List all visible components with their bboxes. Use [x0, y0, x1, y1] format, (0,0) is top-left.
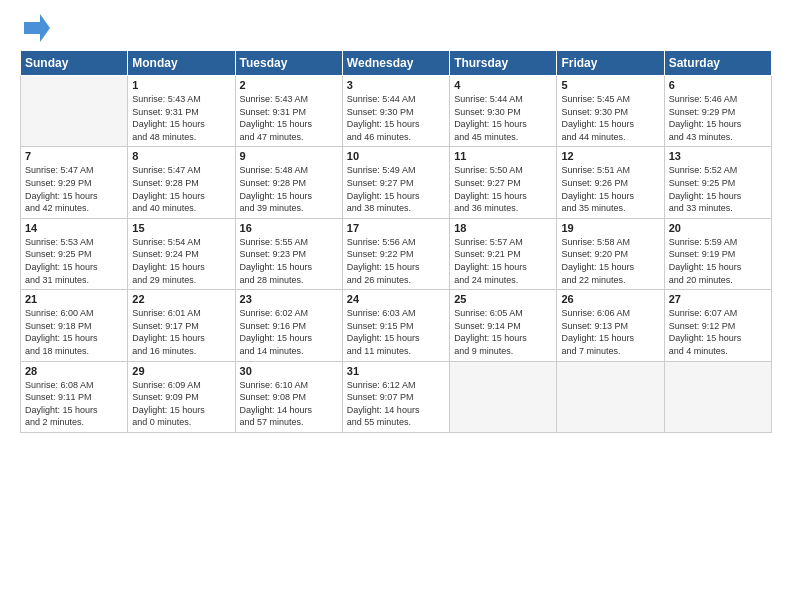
calendar-day-26: 26Sunrise: 6:06 AM Sunset: 9:13 PM Dayli… [557, 290, 664, 361]
calendar-day-12: 12Sunrise: 5:51 AM Sunset: 9:26 PM Dayli… [557, 147, 664, 218]
day-number: 6 [669, 79, 767, 91]
day-number: 26 [561, 293, 659, 305]
day-info: Sunrise: 6:12 AM Sunset: 9:07 PM Dayligh… [347, 379, 445, 429]
calendar-day-15: 15Sunrise: 5:54 AM Sunset: 9:24 PM Dayli… [128, 218, 235, 289]
calendar-day-2: 2Sunrise: 5:43 AM Sunset: 9:31 PM Daylig… [235, 76, 342, 147]
calendar-week-row: 1Sunrise: 5:43 AM Sunset: 9:31 PM Daylig… [21, 76, 772, 147]
day-info: Sunrise: 5:44 AM Sunset: 9:30 PM Dayligh… [347, 93, 445, 143]
day-info: Sunrise: 6:01 AM Sunset: 9:17 PM Dayligh… [132, 307, 230, 357]
day-number: 3 [347, 79, 445, 91]
calendar-day-18: 18Sunrise: 5:57 AM Sunset: 9:21 PM Dayli… [450, 218, 557, 289]
day-info: Sunrise: 5:43 AM Sunset: 9:31 PM Dayligh… [132, 93, 230, 143]
day-info: Sunrise: 5:57 AM Sunset: 9:21 PM Dayligh… [454, 236, 552, 286]
svg-marker-0 [24, 14, 50, 42]
weekday-header-wednesday: Wednesday [342, 51, 449, 76]
day-info: Sunrise: 6:06 AM Sunset: 9:13 PM Dayligh… [561, 307, 659, 357]
calendar-day-10: 10Sunrise: 5:49 AM Sunset: 9:27 PM Dayli… [342, 147, 449, 218]
day-info: Sunrise: 6:00 AM Sunset: 9:18 PM Dayligh… [25, 307, 123, 357]
day-info: Sunrise: 6:03 AM Sunset: 9:15 PM Dayligh… [347, 307, 445, 357]
day-number: 12 [561, 150, 659, 162]
calendar-day-16: 16Sunrise: 5:55 AM Sunset: 9:23 PM Dayli… [235, 218, 342, 289]
day-info: Sunrise: 5:47 AM Sunset: 9:29 PM Dayligh… [25, 164, 123, 214]
weekday-header-friday: Friday [557, 51, 664, 76]
day-number: 21 [25, 293, 123, 305]
calendar-week-row: 21Sunrise: 6:00 AM Sunset: 9:18 PM Dayli… [21, 290, 772, 361]
day-info: Sunrise: 5:50 AM Sunset: 9:27 PM Dayligh… [454, 164, 552, 214]
day-number: 13 [669, 150, 767, 162]
day-info: Sunrise: 5:59 AM Sunset: 9:19 PM Dayligh… [669, 236, 767, 286]
day-number: 2 [240, 79, 338, 91]
calendar-day-9: 9Sunrise: 5:48 AM Sunset: 9:28 PM Daylig… [235, 147, 342, 218]
day-info: Sunrise: 5:46 AM Sunset: 9:29 PM Dayligh… [669, 93, 767, 143]
calendar-week-row: 7Sunrise: 5:47 AM Sunset: 9:29 PM Daylig… [21, 147, 772, 218]
calendar-empty-cell [21, 76, 128, 147]
weekday-header-saturday: Saturday [664, 51, 771, 76]
day-info: Sunrise: 6:10 AM Sunset: 9:08 PM Dayligh… [240, 379, 338, 429]
calendar-empty-cell [557, 361, 664, 432]
day-number: 31 [347, 365, 445, 377]
weekday-header-sunday: Sunday [21, 51, 128, 76]
day-info: Sunrise: 5:44 AM Sunset: 9:30 PM Dayligh… [454, 93, 552, 143]
day-number: 23 [240, 293, 338, 305]
day-number: 5 [561, 79, 659, 91]
calendar-day-29: 29Sunrise: 6:09 AM Sunset: 9:09 PM Dayli… [128, 361, 235, 432]
day-info: Sunrise: 5:52 AM Sunset: 9:25 PM Dayligh… [669, 164, 767, 214]
calendar-day-11: 11Sunrise: 5:50 AM Sunset: 9:27 PM Dayli… [450, 147, 557, 218]
day-info: Sunrise: 5:53 AM Sunset: 9:25 PM Dayligh… [25, 236, 123, 286]
day-number: 10 [347, 150, 445, 162]
calendar-day-28: 28Sunrise: 6:08 AM Sunset: 9:11 PM Dayli… [21, 361, 128, 432]
calendar-day-27: 27Sunrise: 6:07 AM Sunset: 9:12 PM Dayli… [664, 290, 771, 361]
day-number: 29 [132, 365, 230, 377]
calendar-day-5: 5Sunrise: 5:45 AM Sunset: 9:30 PM Daylig… [557, 76, 664, 147]
weekday-header-thursday: Thursday [450, 51, 557, 76]
day-number: 7 [25, 150, 123, 162]
calendar-day-31: 31Sunrise: 6:12 AM Sunset: 9:07 PM Dayli… [342, 361, 449, 432]
day-info: Sunrise: 5:48 AM Sunset: 9:28 PM Dayligh… [240, 164, 338, 214]
day-info: Sunrise: 5:45 AM Sunset: 9:30 PM Dayligh… [561, 93, 659, 143]
calendar-day-21: 21Sunrise: 6:00 AM Sunset: 9:18 PM Dayli… [21, 290, 128, 361]
calendar-header-row: SundayMondayTuesdayWednesdayThursdayFrid… [21, 51, 772, 76]
logo [20, 18, 50, 42]
day-number: 30 [240, 365, 338, 377]
day-number: 15 [132, 222, 230, 234]
day-info: Sunrise: 5:49 AM Sunset: 9:27 PM Dayligh… [347, 164, 445, 214]
day-number: 16 [240, 222, 338, 234]
calendar-day-6: 6Sunrise: 5:46 AM Sunset: 9:29 PM Daylig… [664, 76, 771, 147]
day-info: Sunrise: 5:51 AM Sunset: 9:26 PM Dayligh… [561, 164, 659, 214]
weekday-header-tuesday: Tuesday [235, 51, 342, 76]
calendar-day-8: 8Sunrise: 5:47 AM Sunset: 9:28 PM Daylig… [128, 147, 235, 218]
calendar-day-4: 4Sunrise: 5:44 AM Sunset: 9:30 PM Daylig… [450, 76, 557, 147]
day-number: 24 [347, 293, 445, 305]
calendar-day-19: 19Sunrise: 5:58 AM Sunset: 9:20 PM Dayli… [557, 218, 664, 289]
day-info: Sunrise: 6:08 AM Sunset: 9:11 PM Dayligh… [25, 379, 123, 429]
day-number: 19 [561, 222, 659, 234]
calendar-day-23: 23Sunrise: 6:02 AM Sunset: 9:16 PM Dayli… [235, 290, 342, 361]
calendar-day-14: 14Sunrise: 5:53 AM Sunset: 9:25 PM Dayli… [21, 218, 128, 289]
day-number: 4 [454, 79, 552, 91]
calendar-day-30: 30Sunrise: 6:10 AM Sunset: 9:08 PM Dayli… [235, 361, 342, 432]
day-number: 9 [240, 150, 338, 162]
weekday-header-monday: Monday [128, 51, 235, 76]
day-number: 11 [454, 150, 552, 162]
calendar-day-17: 17Sunrise: 5:56 AM Sunset: 9:22 PM Dayli… [342, 218, 449, 289]
day-info: Sunrise: 6:07 AM Sunset: 9:12 PM Dayligh… [669, 307, 767, 357]
day-number: 17 [347, 222, 445, 234]
day-info: Sunrise: 6:09 AM Sunset: 9:09 PM Dayligh… [132, 379, 230, 429]
day-info: Sunrise: 5:55 AM Sunset: 9:23 PM Dayligh… [240, 236, 338, 286]
day-info: Sunrise: 5:54 AM Sunset: 9:24 PM Dayligh… [132, 236, 230, 286]
day-number: 20 [669, 222, 767, 234]
calendar-day-22: 22Sunrise: 6:01 AM Sunset: 9:17 PM Dayli… [128, 290, 235, 361]
day-info: Sunrise: 6:05 AM Sunset: 9:14 PM Dayligh… [454, 307, 552, 357]
day-number: 28 [25, 365, 123, 377]
calendar-table: SundayMondayTuesdayWednesdayThursdayFrid… [20, 50, 772, 433]
logo-arrow-icon [24, 14, 50, 42]
calendar-day-7: 7Sunrise: 5:47 AM Sunset: 9:29 PM Daylig… [21, 147, 128, 218]
calendar-week-row: 28Sunrise: 6:08 AM Sunset: 9:11 PM Dayli… [21, 361, 772, 432]
day-info: Sunrise: 5:58 AM Sunset: 9:20 PM Dayligh… [561, 236, 659, 286]
calendar-day-25: 25Sunrise: 6:05 AM Sunset: 9:14 PM Dayli… [450, 290, 557, 361]
day-info: Sunrise: 5:43 AM Sunset: 9:31 PM Dayligh… [240, 93, 338, 143]
day-number: 18 [454, 222, 552, 234]
calendar-day-13: 13Sunrise: 5:52 AM Sunset: 9:25 PM Dayli… [664, 147, 771, 218]
day-number: 1 [132, 79, 230, 91]
calendar-empty-cell [664, 361, 771, 432]
